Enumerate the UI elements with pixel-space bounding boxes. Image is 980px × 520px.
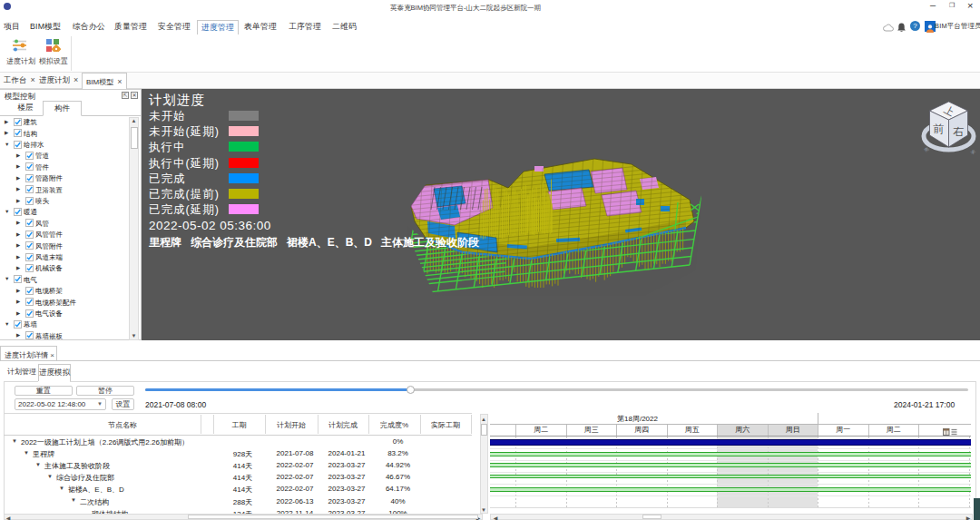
svg-text:前: 前 [934, 123, 945, 135]
svg-text:东: 东 [970, 148, 977, 155]
svg-text:右: 右 [953, 125, 965, 138]
